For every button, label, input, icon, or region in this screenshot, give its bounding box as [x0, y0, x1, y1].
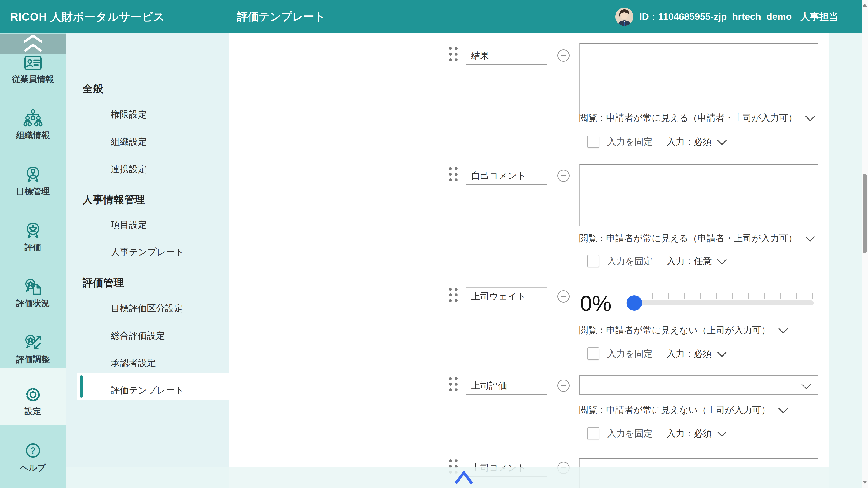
sidebar-item-label: 評価 [25, 242, 41, 253]
chevron-down-icon [801, 379, 812, 389]
view-permission-label: 閲覧：申請者が常に見える（申請者・上司が入力可） [579, 232, 797, 245]
menu-item-org-settings[interactable]: 組織設定 [111, 135, 147, 149]
settings-menu-panel [66, 33, 229, 488]
remove-field-button[interactable] [557, 170, 569, 182]
menu-item-permission-settings[interactable]: 権限設定 [111, 107, 147, 121]
id-card-icon [22, 53, 44, 72]
sidebar-item-help[interactable]: ? ヘルプ [0, 432, 66, 483]
svg-text:?: ? [30, 445, 36, 455]
sidebar-item-evaluation[interactable]: 評価 [0, 212, 66, 262]
remove-field-button[interactable] [557, 290, 569, 302]
chevron-down-icon[interactable] [717, 348, 727, 357]
menu-item-integration-settings[interactable]: 連携設定 [111, 162, 147, 176]
menu-item-goal-eval-category[interactable]: 目標評価区分設定 [111, 301, 183, 315]
star-medal-icon [22, 221, 44, 240]
fix-input-label: 入力を固定 [607, 135, 653, 148]
sidebar-item-org-info[interactable]: 組織情報 [0, 99, 66, 150]
help-icon: ? [22, 442, 44, 461]
drag-handle[interactable] [449, 167, 458, 182]
input-required-label: 入力：必須 [666, 427, 712, 440]
remove-field-button[interactable] [557, 50, 569, 62]
fix-input-checkbox[interactable] [587, 348, 599, 360]
minus-icon [561, 296, 566, 297]
app-header: RICOH 人財ポータルサービス 評価テンプレート ID：1104685955-… [0, 0, 862, 33]
field-name-input[interactable] [466, 167, 548, 185]
input-optional-label: 入力：任意 [666, 255, 712, 267]
chevron-down-icon[interactable] [778, 404, 788, 413]
sidebar-item-evaluation-status[interactable]: 評価状況 [0, 267, 66, 318]
chevron-down-icon[interactable] [778, 324, 788, 333]
chevron-down-icon[interactable] [805, 232, 815, 241]
sidebar-item-employee-info[interactable]: 従業員情報 [0, 43, 66, 94]
menu-item-approver-settings[interactable]: 承認者設定 [111, 356, 156, 369]
medal-arrows-icon [22, 333, 44, 352]
user-id-block[interactable]: ID：1104685955-zjp_hrtech_demo 人事担当 [639, 0, 838, 33]
drag-handle[interactable] [449, 288, 458, 302]
person-medal-icon [22, 165, 44, 184]
input-options-row: 入力を固定 入力：必須 [587, 427, 725, 440]
slider-ticks [652, 293, 813, 299]
view-permission-row[interactable]: 閲覧：申請者が常に見える（申請者・上司が入力可） [579, 112, 813, 123]
gear-icon [22, 385, 44, 404]
menu-item-hr-template[interactable]: 人事テンプレート [111, 245, 184, 259]
fix-input-checkbox[interactable] [587, 135, 599, 148]
sidebar-item-settings[interactable]: 設定 [0, 376, 66, 426]
menu-section-hr-info: 人事情報管理 [83, 193, 145, 206]
sidebar-item-label: 設定 [25, 406, 41, 417]
drag-handle[interactable] [449, 47, 458, 61]
field-value-textarea[interactable] [579, 164, 818, 226]
minus-icon [561, 385, 566, 386]
menu-item-overall-eval-settings[interactable]: 総合評価設定 [111, 329, 165, 342]
user-avatar[interactable] [615, 8, 633, 26]
view-permission-row[interactable]: 閲覧：申請者が常に見える（申請者・上司が入力可） [579, 233, 813, 243]
scrollbar-thumb[interactable] [863, 174, 867, 253]
org-chart-icon [22, 109, 44, 128]
sidebar-item-label: 評価状況 [16, 298, 50, 309]
fix-input-label: 入力を固定 [607, 348, 653, 360]
scrollbar-down-arrow[interactable] [863, 481, 867, 484]
medal-document-icon [22, 277, 44, 296]
weight-slider-thumb[interactable] [627, 295, 642, 311]
menu-section-evaluation-mgmt: 評価管理 [83, 276, 124, 289]
sidebar-item-goal-management[interactable]: 目標管理 [0, 156, 66, 206]
field-name-input[interactable] [466, 287, 548, 305]
chevron-down-icon[interactable] [717, 135, 727, 145]
view-permission-row[interactable]: 閲覧：申請者が常に見えない（上司が入力可） [579, 325, 786, 335]
field-name-input[interactable] [466, 46, 548, 65]
user-role: 人事担当 [800, 11, 838, 22]
minus-icon [561, 175, 566, 176]
view-permission-label: 閲覧：申請者が常に見えない（上司が入力可） [579, 324, 770, 336]
chevron-down-icon[interactable] [717, 427, 727, 437]
sidebar-item-label: 評価調整 [16, 354, 50, 365]
view-permission-label: 閲覧：申請者が常に見えない（上司が入力可） [579, 404, 770, 416]
input-options-row: 入力を固定 入力：必須 [587, 135, 725, 149]
sidebar-item-evaluation-adjustment[interactable]: 評価調整 [0, 324, 66, 375]
menu-item-item-settings[interactable]: 項目設定 [111, 218, 147, 231]
input-options-row: 入力を固定 入力：必須 [587, 347, 725, 360]
remove-field-button[interactable] [557, 380, 569, 392]
field-value-textarea[interactable] [579, 43, 818, 114]
field-name-input[interactable] [466, 377, 548, 395]
menu-item-evaluation-template[interactable]: 評価テンプレート [111, 383, 184, 397]
slider-value-label: 0% [580, 291, 612, 316]
view-permission-label: 閲覧：申請者が常に見える（申請者・上司が入力可） [579, 111, 797, 124]
scroll-to-top-button[interactable] [454, 470, 473, 485]
menu-selected-indicator [80, 376, 83, 398]
chevron-down-icon[interactable] [717, 255, 727, 264]
user-id: ID：1104685955-zjp_hrtech_demo [639, 11, 792, 22]
scrollbar-up-arrow[interactable] [863, 4, 867, 7]
weight-slider-track[interactable] [626, 300, 814, 305]
input-required-label: 入力：必須 [666, 348, 712, 360]
fix-input-checkbox[interactable] [587, 255, 599, 267]
drag-handle[interactable] [449, 377, 458, 391]
content-right-gutter [829, 33, 862, 488]
input-options-row: 入力を固定 入力：任意 [587, 254, 725, 268]
view-permission-row[interactable]: 閲覧：申請者が常に見えない（上司が入力可） [579, 404, 786, 415]
content-divider [377, 33, 377, 466]
supervisor-rating-select[interactable] [579, 376, 818, 395]
sidebar-item-label: 従業員情報 [12, 74, 54, 85]
menu-section-general: 全般 [83, 82, 103, 95]
sidebar-item-label: ヘルプ [20, 462, 46, 474]
chevron-down-icon[interactable] [805, 111, 815, 121]
fix-input-checkbox[interactable] [587, 427, 599, 440]
